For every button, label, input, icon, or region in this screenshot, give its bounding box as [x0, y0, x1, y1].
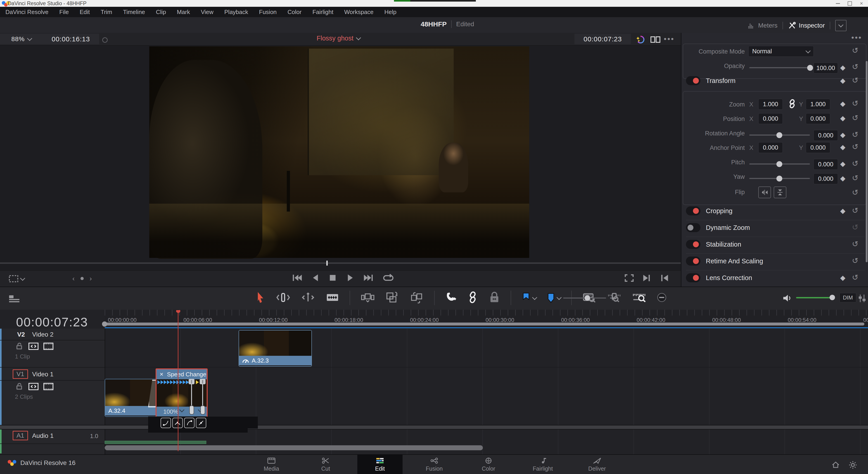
first-frame-button[interactable]: [292, 273, 302, 283]
retime-fader-grip[interactable]: ∥: [200, 379, 206, 384]
playhead[interactable]: [178, 310, 179, 451]
stop-button[interactable]: [329, 273, 337, 283]
rotation-value[interactable]: 0.000: [813, 130, 838, 141]
track-badge-v1[interactable]: V1: [13, 369, 28, 379]
mixer-panel-button[interactable]: [858, 293, 867, 304]
minimize-button[interactable]: [833, 1, 843, 6]
composite-mode-select[interactable]: Normal: [748, 46, 814, 57]
link-clips-button[interactable]: [467, 291, 478, 305]
track-badge-a1[interactable]: A1: [13, 431, 28, 440]
volume-slider[interactable]: [796, 297, 833, 298]
curve-ease-in-button[interactable]: [161, 418, 171, 428]
menu-workspace[interactable]: Workspace: [339, 8, 379, 15]
pitch-keyframe-icon[interactable]: ◆: [840, 160, 845, 168]
retime-clip[interactable]: × Speed Change 100%: [156, 369, 208, 418]
tab-edit[interactable]: Edit: [357, 455, 403, 474]
zoom-custom-button[interactable]: [632, 291, 646, 305]
menu-davinci-resolve[interactable]: DaVinci Resolve: [0, 8, 54, 15]
tab-fairlight[interactable]: Fairlight: [520, 455, 565, 474]
menu-view[interactable]: View: [195, 8, 219, 15]
close-icon[interactable]: ×: [160, 371, 163, 378]
zoom-x-value[interactable]: 1.000: [758, 99, 783, 109]
zoom-reset-button[interactable]: ↺: [852, 99, 859, 108]
zoom-keyframe-icon[interactable]: ◆: [840, 100, 845, 107]
last-frame-button[interactable]: [363, 273, 374, 283]
stabilization-reset-button[interactable]: ↺: [852, 240, 859, 248]
transform-toggle[interactable]: [686, 76, 701, 85]
auto-select-icon[interactable]: [29, 383, 38, 391]
tab-deliver[interactable]: Deliver: [575, 455, 620, 474]
viewer-options-button[interactable]: •••: [664, 35, 675, 43]
zoom-y-value[interactable]: 1.000: [806, 99, 830, 109]
play-button[interactable]: [346, 273, 354, 283]
transform-reset-button[interactable]: ↺: [852, 76, 859, 85]
cinema-mode-button[interactable]: [624, 274, 634, 283]
zoom-in-button[interactable]: +: [610, 293, 615, 303]
transform-keyframe-icon[interactable]: ◆: [840, 76, 845, 85]
play-reverse-button[interactable]: [311, 273, 319, 283]
stabilization-toggle[interactable]: [686, 240, 701, 249]
yaw-reset-button[interactable]: ↺: [852, 173, 859, 182]
anchor-x-value[interactable]: 0.000: [758, 142, 783, 153]
inspector-scrollbar[interactable]: [866, 61, 868, 262]
anchor-keyframe-icon[interactable]: ◆: [840, 143, 845, 151]
track-name-a1[interactable]: Audio 1: [32, 432, 54, 439]
insert-clip-button[interactable]: [361, 291, 375, 305]
flip-vertical-button[interactable]: [774, 187, 786, 198]
rotation-keyframe-icon[interactable]: ◆: [840, 131, 845, 139]
menu-fairlight[interactable]: Fairlight: [307, 8, 339, 15]
track-content-area[interactable]: [105, 329, 868, 454]
position-y-value[interactable]: 0.000: [806, 113, 830, 124]
audio-level-a1[interactable]: 1.0: [90, 433, 98, 440]
tab-fusion[interactable]: Fusion: [412, 455, 457, 474]
dynamic-trim-tool-button[interactable]: [301, 292, 315, 304]
rotation-slider-knob[interactable]: [776, 132, 782, 138]
filmstrip-icon[interactable]: [43, 383, 53, 391]
menu-timeline[interactable]: Timeline: [118, 8, 150, 15]
tab-color[interactable]: Color: [466, 455, 511, 474]
speaker-icon[interactable]: [781, 292, 793, 304]
curve-linear-button[interactable]: [196, 418, 206, 428]
retime-speed-value[interactable]: 100%: [163, 408, 179, 415]
overwrite-clip-button[interactable]: [385, 291, 399, 305]
clip-name-dropdown[interactable]: Flossy ghost: [317, 35, 360, 42]
volume-knob[interactable]: [830, 295, 835, 300]
timeline-clip-a323[interactable]: A.32.3: [239, 330, 312, 367]
timeline-zoom-knob[interactable]: [585, 295, 590, 301]
lens-reset-button[interactable]: ↺: [852, 273, 859, 282]
flip-horizontal-button[interactable]: [758, 187, 771, 198]
yaw-slider-knob[interactable]: [776, 176, 782, 182]
position-reset-button[interactable]: ↺: [852, 113, 859, 122]
menu-mark[interactable]: Mark: [172, 8, 195, 15]
retime-title-bar[interactable]: × Speed Change: [156, 369, 207, 379]
composite-reset-button[interactable]: ↺: [852, 46, 859, 55]
snapping-magnet-button[interactable]: [445, 291, 457, 305]
curve-ease-out-button[interactable]: [184, 418, 194, 428]
tab-cut[interactable]: Cut: [303, 455, 348, 474]
menu-clip[interactable]: Clip: [150, 8, 172, 15]
opacity-slider-knob[interactable]: [807, 65, 813, 71]
track-name-v1[interactable]: Video 1: [32, 371, 53, 378]
rotation-reset-button[interactable]: ↺: [852, 130, 859, 139]
trim-edit-tool-button[interactable]: [276, 292, 290, 304]
timeline-scrub-bar[interactable]: [105, 322, 864, 325]
opacity-reset-button[interactable]: ↺: [852, 62, 859, 71]
selection-tool-button[interactable]: [255, 291, 266, 305]
flag-button[interactable]: [522, 292, 536, 304]
opacity-slider[interactable]: [749, 67, 810, 68]
menu-fusion[interactable]: Fusion: [253, 8, 282, 15]
yaw-keyframe-icon[interactable]: ◆: [840, 174, 845, 182]
curve-bell-button[interactable]: [172, 418, 183, 428]
menu-help[interactable]: Help: [379, 8, 402, 15]
audio-clip-strip[interactable]: [105, 441, 206, 444]
prev-clip-button[interactable]: ‹: [72, 275, 74, 282]
tab-media[interactable]: Media: [249, 455, 294, 474]
inspector-options-button[interactable]: •••: [851, 33, 862, 42]
viewer-scrub-playhead[interactable]: [327, 261, 328, 265]
razor-tool-button[interactable]: [326, 292, 339, 304]
timeline-clip-a324[interactable]: A.32.4: [105, 379, 157, 417]
anchor-y-value[interactable]: 0.000: [806, 142, 830, 153]
link-icon[interactable]: [788, 99, 797, 109]
jump-start-button[interactable]: [659, 274, 670, 283]
anchor-reset-button[interactable]: ↺: [852, 142, 859, 151]
